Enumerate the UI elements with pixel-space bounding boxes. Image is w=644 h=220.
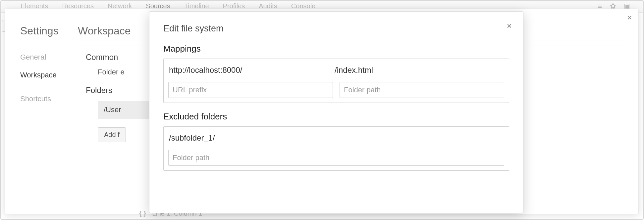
settings-sidebar: Settings General Workspace Shortcuts [5,9,78,214]
right-pane-rule [528,53,637,53]
excluded-folder-path-input[interactable] [168,150,504,166]
mappings-box: http://localhost:8000/ /index.html [163,59,509,103]
settings-close-icon[interactable]: × [627,13,632,22]
excluded-folders-heading: Excluded folders [163,111,509,122]
dialog-close-icon[interactable]: × [507,22,512,30]
pretty-print-icon[interactable]: { } [139,210,146,217]
settings-nav-shortcuts[interactable]: Shortcuts [20,95,78,103]
add-folder-button[interactable]: Add f [98,127,126,142]
settings-nav-workspace[interactable]: Workspace [20,71,78,79]
url-prefix-input[interactable] [168,82,333,98]
mapping-row[interactable]: http://localhost:8000/ /index.html [168,63,504,82]
edit-file-system-dialog: × Edit file system Mappings http://local… [149,11,523,213]
mapping-path: /index.html [335,66,504,75]
mappings-heading: Mappings [163,44,509,54]
settings-title: Settings [20,25,78,37]
excluded-folder-row[interactable]: /subfolder_1/ [168,131,504,150]
right-pane-divider [528,13,528,213]
dialog-title: Edit file system [163,23,509,34]
settings-nav-general[interactable]: General [20,53,78,62]
mapping-folder-path-input[interactable] [340,82,504,98]
excluded-folders-box: /subfolder_1/ [163,126,509,171]
mapping-url: http://localhost:8000/ [169,66,335,75]
